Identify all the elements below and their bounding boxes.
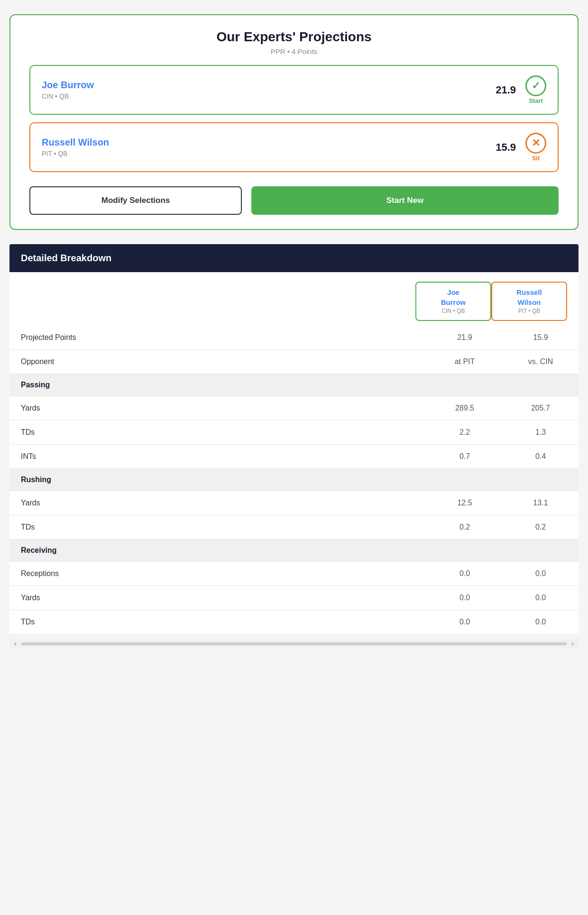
data-row: Opponentat PITvs. CIN [9, 349, 579, 374]
sit-badge-russell: ✕ Sit [525, 133, 546, 162]
data-row: Receptions0.00.0 [9, 561, 579, 586]
data-row: TDs0.00.0 [9, 610, 579, 634]
start-badge-joe: ✓ Start [525, 75, 546, 104]
player-points-joe: 21.9 [496, 84, 516, 96]
player-team-russell: PIT • QB [42, 150, 109, 157]
main-container: Our Experts' Projections PPR • 4 Points … [0, 0, 588, 663]
stat-value-russell: 1.3 [503, 420, 579, 444]
stat-label: Yards [9, 491, 427, 515]
modify-button[interactable]: Modify Selections [29, 186, 242, 215]
stat-value-russell: 13.1 [503, 491, 579, 515]
projection-subtitle: PPR • 4 Points [29, 47, 559, 55]
stat-value-joe: 0.0 [427, 610, 503, 634]
projection-header: Our Experts' Projections PPR • 4 Points [29, 29, 559, 55]
stat-label: Opponent [9, 349, 427, 374]
col-russell-name: RussellWilson [499, 287, 560, 307]
player-right-joe: 21.9 ✓ Start [496, 75, 546, 104]
col-joe-name: JoeBurrow [423, 287, 484, 307]
col-box-joe: JoeBurrow CIN • QB [415, 282, 491, 321]
player-name-joe: Joe Burrow [42, 80, 94, 91]
player-info-russell: Russell Wilson PIT • QB [42, 137, 109, 157]
breakdown-header: Detailed Breakdown [9, 244, 579, 272]
player-info-joe: Joe Burrow CIN • QB [42, 80, 94, 100]
data-row: INTs0.70.4 [9, 444, 579, 468]
data-row: TDs2.21.3 [9, 420, 579, 444]
stat-label: INTs [9, 444, 427, 468]
stat-value-russell: 0.4 [503, 444, 579, 468]
scroll-right-arrow[interactable]: › [571, 640, 574, 648]
col-russell-team: PIT • QB [499, 307, 560, 315]
section-header-row: Receiving [9, 539, 579, 561]
stat-value-russell: 205.7 [503, 396, 579, 420]
stat-label: TDs [9, 610, 427, 634]
stat-label: Projected Points [9, 326, 427, 350]
stat-label: Receptions [9, 561, 427, 586]
data-row: TDs0.20.2 [9, 515, 579, 539]
start-new-button[interactable]: Start New [251, 186, 559, 215]
data-row: Yards12.513.1 [9, 491, 579, 515]
stat-label: Yards [9, 396, 427, 420]
badge-label-sit: Sit [532, 155, 540, 162]
stat-value-joe: 0.0 [427, 586, 503, 610]
stat-label: TDs [9, 420, 427, 444]
col-header-joe: JoeBurrow CIN • QB [415, 282, 491, 321]
stat-value-joe: at PIT [427, 349, 503, 374]
stat-value-russell: vs. CIN [503, 349, 579, 374]
buttons-row: Modify Selections Start New [29, 186, 559, 215]
scroll-left-arrow[interactable]: ‹ [14, 640, 17, 648]
col-header-russell: RussellWilson PIT • QB [491, 282, 567, 321]
player-right-russell: 15.9 ✕ Sit [496, 133, 546, 162]
breakdown-section: Detailed Breakdown JoeBurrow CIN • QB Ru… [9, 244, 579, 634]
stat-value-joe: 0.0 [427, 561, 503, 586]
stat-value-russell: 15.9 [503, 326, 579, 350]
stat-label: TDs [9, 515, 427, 539]
stat-value-russell: 0.0 [503, 610, 579, 634]
scrollbar-row: ‹ › [9, 639, 579, 649]
player-card-russell[interactable]: Russell Wilson PIT • QB 15.9 ✕ Sit [29, 122, 559, 172]
col-box-russell: RussellWilson PIT • QB [491, 282, 567, 321]
stat-label: Yards [9, 586, 427, 610]
stat-value-joe: 12.5 [427, 491, 503, 515]
stat-value-joe: 2.2 [427, 420, 503, 444]
player-team-joe: CIN • QB [42, 92, 94, 100]
data-row: Yards0.00.0 [9, 586, 579, 610]
stat-value-joe: 21.9 [427, 326, 503, 350]
data-row: Projected Points21.915.9 [9, 326, 579, 350]
stat-value-russell: 0.0 [503, 561, 579, 586]
column-headers-row: JoeBurrow CIN • QB RussellWilson PIT • Q… [9, 272, 579, 321]
badge-label-start: Start [529, 97, 543, 104]
sit-icon: ✕ [525, 133, 546, 154]
scroll-track[interactable] [21, 642, 566, 645]
player-card-joe[interactable]: Joe Burrow CIN • QB 21.9 ✓ Start [29, 65, 559, 115]
player-name-russell: Russell Wilson [42, 137, 109, 148]
projection-title: Our Experts' Projections [29, 29, 559, 45]
stat-value-joe: 0.7 [427, 444, 503, 468]
breakdown-title: Detailed Breakdown [21, 253, 111, 263]
stat-value-russell: 0.0 [503, 586, 579, 610]
stat-value-joe: 0.2 [427, 515, 503, 539]
section-header-row: Rushing [9, 468, 579, 491]
start-icon: ✓ [525, 75, 546, 96]
player-points-russell: 15.9 [496, 141, 516, 154]
stats-table: Projected Points21.915.9Opponentat PITvs… [9, 326, 579, 634]
col-joe-team: CIN • QB [423, 307, 484, 315]
section-header-row: Passing [9, 374, 579, 396]
projection-card: Our Experts' Projections PPR • 4 Points … [9, 14, 579, 230]
stat-value-joe: 289.5 [427, 396, 503, 420]
player-cards-container: Joe Burrow CIN • QB 21.9 ✓ Start Russell… [29, 65, 559, 172]
stat-value-russell: 0.2 [503, 515, 579, 539]
data-row: Yards289.5205.7 [9, 396, 579, 420]
